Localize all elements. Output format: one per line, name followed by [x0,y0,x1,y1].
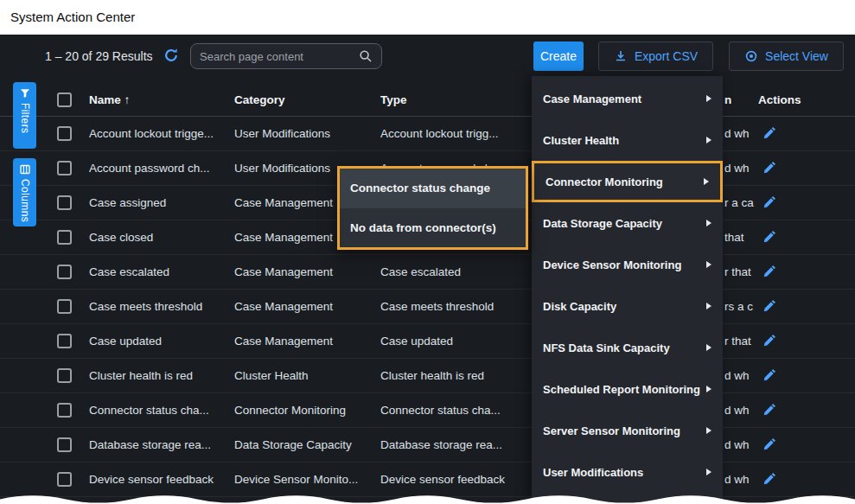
menu-item-server-sensor-monitoring[interactable]: Server Sensor Monitoring [532,410,723,451]
pencil-icon [763,368,776,381]
cell-description-fragment: d wh [724,117,761,151]
column-header-name[interactable]: Name ↑ [89,84,130,117]
search-input[interactable] [200,50,359,63]
cell-type: Case escalated [380,255,529,290]
table-row: Cluster health is red Cluster Health Clu… [0,359,855,393]
chevron-right-icon [704,178,709,185]
chevron-right-icon [706,303,711,309]
cell-type: Connector status cha... [380,393,529,428]
download-icon [614,49,628,63]
pencil-icon [763,161,776,174]
menu-item-label: Disk Capacity [543,300,616,313]
pencil-icon [763,437,776,450]
connector-monitoring-submenu: Connector status change No data from con… [337,166,528,250]
export-csv-label: Export CSV [635,49,698,63]
cell-type: Case updated [380,324,529,359]
sort-ascending-icon: ↑ [124,93,131,106]
menu-item-label: Connector Monitoring [546,175,663,188]
cell-category: Cluster Health [234,359,376,393]
filters-tab[interactable]: Filters [13,82,36,149]
results-count: 1 – 20 of 29 Results [45,49,153,63]
row-checkbox[interactable] [57,334,72,348]
menu-item-label: Cluster Health [543,134,619,147]
menu-item-user-modifications[interactable]: User Modifications [532,451,723,493]
edit-button[interactable] [762,437,777,453]
chevron-right-icon [706,137,711,144]
pencil-icon [763,403,776,416]
row-checkbox[interactable] [57,472,72,487]
edit-button[interactable] [762,265,777,280]
row-checkbox[interactable] [57,230,72,245]
menu-item-label: User Modifications [543,466,643,479]
table-row: Connector status cha... Connector Monito… [0,393,855,428]
menu-item-label: Server Sensor Monitoring [543,424,680,437]
column-header-category[interactable]: Category [234,84,285,117]
eye-icon [744,49,758,63]
select-view-label: Select View [765,49,828,63]
row-checkbox[interactable] [57,265,72,279]
table-row: Case meets threshold Case Management Cas… [0,290,855,324]
pencil-icon [763,472,776,485]
cell-name: Case updated [89,324,229,359]
menu-item-case-management[interactable]: Case Management [532,78,723,119]
column-header-type[interactable]: Type [380,84,407,117]
filter-icon [20,88,30,99]
submenu-item-no-data-from-connectors[interactable]: No data from connector(s) [340,208,526,248]
row-checkbox[interactable] [57,437,72,452]
menu-item-cluster-health[interactable]: Cluster Health [532,119,723,161]
edit-button[interactable] [762,126,777,142]
cell-name: Account password ch... [89,151,229,186]
chevron-right-icon [706,95,711,102]
pencil-icon [763,195,776,208]
edit-button[interactable] [762,472,777,488]
cell-description-fragment: r a ca [724,186,761,220]
chevron-right-icon [706,344,711,351]
menu-item-scheduled-report-monitoring[interactable]: Scheduled Report Monitoring [532,368,723,410]
edit-button[interactable] [762,161,777,176]
row-checkbox[interactable] [57,195,72,210]
menu-item-label: Device Sensor Monitoring [543,258,681,271]
select-all-checkbox[interactable] [57,93,72,107]
menu-item-device-sensor-monitoring[interactable]: Device Sensor Monitoring [532,244,723,285]
pencil-icon [763,265,776,278]
menu-item-disk-capacity[interactable]: Disk Capacity [532,285,723,327]
table-row: Case updated Case Management Case update… [0,324,855,359]
cell-category: User Modifications [234,117,376,151]
cell-name: Case meets threshold [89,290,229,324]
menu-item-nfs-data-sink-capacity[interactable]: NFS Data Sink Capacity [532,327,723,368]
cell-name: Connector status cha... [89,393,229,428]
refresh-button[interactable] [162,47,181,66]
row-checkbox[interactable] [57,126,72,141]
select-view-button[interactable]: Select View [729,41,844,71]
columns-tab-label: Columns [19,179,31,222]
submenu-item-connector-status-change[interactable]: Connector status change [340,169,526,208]
menu-item-label: Scheduled Report Monitoring [543,383,700,396]
cell-name: Cluster health is red [89,359,229,393]
edit-button[interactable] [762,403,777,418]
create-button[interactable]: Create [533,41,584,71]
pencil-icon [763,299,776,312]
edit-button[interactable] [762,230,777,246]
edit-button[interactable] [762,195,777,211]
export-csv-button[interactable]: Export CSV [598,41,713,71]
submenu-item-label: Connector status change [350,182,490,195]
row-checkbox[interactable] [57,368,72,383]
row-checkbox[interactable] [57,161,72,175]
columns-icon [20,164,30,175]
menu-item-connector-monitoring[interactable]: Connector Monitoring [532,161,723,202]
pencil-icon [763,230,776,243]
columns-tab[interactable]: Columns [13,158,36,226]
page-title: System Action Center [10,10,135,24]
menu-item-data-storage-capacity[interactable]: Data Storage Capacity [532,202,723,244]
cell-name: Case assigned [89,186,229,220]
chevron-right-icon [706,261,711,268]
edit-button[interactable] [762,334,777,349]
pencil-icon [763,334,776,347]
edit-button[interactable] [762,368,777,384]
cell-description-fragment: r that [724,255,761,290]
cell-category: Case Management [234,324,376,359]
row-checkbox[interactable] [57,403,72,418]
row-checkbox[interactable] [57,299,72,314]
submenu-item-label: No data from connector(s) [350,221,496,234]
edit-button[interactable] [762,299,777,315]
